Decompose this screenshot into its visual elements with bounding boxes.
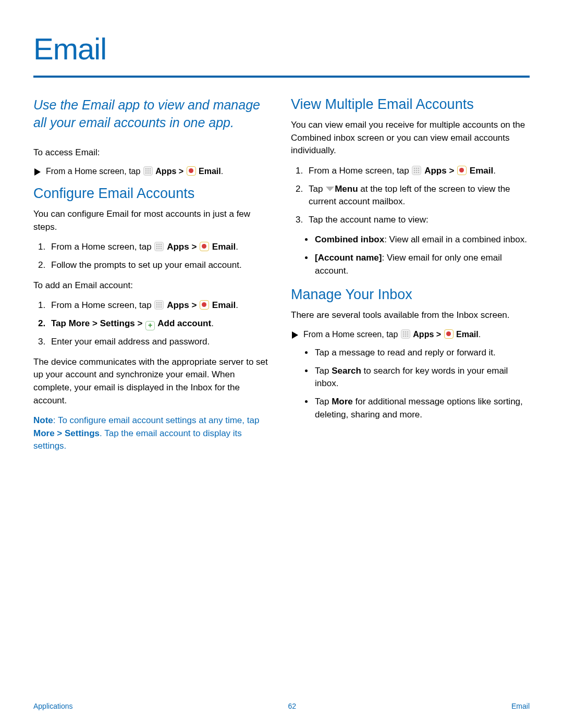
svg-point-35 xyxy=(418,172,420,174)
text: Tap xyxy=(51,318,69,328)
email-label: Email xyxy=(212,242,236,252)
right-column: View Multiple Email Accounts You can vie… xyxy=(291,96,530,460)
svg-point-2 xyxy=(150,168,151,170)
svg-point-24 xyxy=(156,306,158,308)
svg-point-31 xyxy=(416,170,418,171)
footer-left: Applications xyxy=(33,702,73,710)
period: . xyxy=(236,300,238,310)
left-column: Use the Email app to view and manage all… xyxy=(33,96,272,460)
svg-point-0 xyxy=(145,168,147,170)
text: From a Home screen, tap xyxy=(46,167,143,176)
svg-point-16 xyxy=(158,248,160,250)
intro-blurb: Use the Email app to view and manage all… xyxy=(33,96,272,132)
arrow-text: From a Home screen, tap Apps > Email. xyxy=(303,329,481,339)
email-label: Email xyxy=(456,330,479,339)
svg-point-41 xyxy=(407,334,409,335)
text: Tap xyxy=(309,184,325,194)
svg-point-44 xyxy=(407,336,409,337)
list-item: Tap Search to search for key words in yo… xyxy=(314,365,530,390)
apps-icon xyxy=(154,300,164,310)
text: Add account xyxy=(157,318,211,328)
svg-point-29 xyxy=(418,168,420,169)
svg-point-39 xyxy=(403,334,405,335)
email-icon xyxy=(200,300,209,310)
list-item: From a Home screen, tap Apps > Email. xyxy=(305,165,530,178)
list-item: Combined inbox: View all email in a comb… xyxy=(314,233,530,246)
content-columns: Use the Email app to view and manage all… xyxy=(33,96,530,460)
apps-icon xyxy=(412,166,421,175)
list-item: Tap a message to read and reply or forwa… xyxy=(314,347,530,360)
svg-point-14 xyxy=(161,246,162,248)
svg-point-28 xyxy=(416,168,418,169)
page-number: 62 xyxy=(288,702,296,710)
list-item: From a Home screen, tap Apps > Email. xyxy=(48,241,272,254)
manage-intro: There are several tools available from t… xyxy=(291,309,530,322)
play-arrow-icon xyxy=(292,331,298,339)
svg-point-17 xyxy=(161,248,162,250)
text: : To configure email account settings at… xyxy=(53,415,260,425)
email-icon xyxy=(187,166,196,176)
svg-point-13 xyxy=(158,246,160,248)
list-item: Tap the account name to view: xyxy=(305,214,530,227)
play-arrow-icon xyxy=(34,168,41,176)
account-view-bullets: Combined inbox: View all email in a comb… xyxy=(291,233,530,277)
list-item: [Account name]: View email for only one … xyxy=(314,252,530,277)
text: From a Home screen, tap xyxy=(51,242,154,252)
svg-point-4 xyxy=(148,170,149,172)
text: More > Settings xyxy=(33,428,100,438)
svg-point-27 xyxy=(414,168,415,169)
text: [Account name] xyxy=(315,253,382,263)
svg-point-1 xyxy=(148,168,149,170)
text: Combined inbox xyxy=(315,235,384,244)
svg-point-9 xyxy=(156,244,158,245)
page-title: Email xyxy=(33,31,530,66)
svg-point-8 xyxy=(150,172,151,174)
svg-point-21 xyxy=(156,304,158,306)
gt: > xyxy=(189,242,199,252)
text: From a Home screen, tap xyxy=(51,300,154,310)
svg-point-42 xyxy=(403,336,405,337)
access-label: To access Email: xyxy=(33,146,272,159)
svg-point-10 xyxy=(158,244,160,245)
footer-right: Email xyxy=(511,702,530,710)
svg-point-12 xyxy=(156,246,158,248)
svg-point-18 xyxy=(156,302,158,304)
apps-icon xyxy=(401,329,410,339)
apps-label: Apps xyxy=(167,300,189,310)
svg-point-19 xyxy=(158,302,160,304)
configure-steps: From a Home screen, tap Apps > Email. Fo… xyxy=(33,241,272,272)
email-label: Email xyxy=(199,167,221,176)
apps-label: Apps xyxy=(167,242,189,252)
email-icon xyxy=(457,166,467,175)
view-intro: You can view email you receive for multi… xyxy=(291,119,530,157)
svg-point-25 xyxy=(158,306,160,308)
email-label: Email xyxy=(212,300,236,310)
apps-icon xyxy=(143,166,153,176)
add-account-label: To add an Email account: xyxy=(33,279,272,292)
note-label: Note xyxy=(33,415,53,425)
manage-heading: Manage Your Inbox xyxy=(291,287,530,303)
svg-point-32 xyxy=(418,170,420,171)
plus-icon: + xyxy=(145,321,155,330)
period: . xyxy=(221,167,223,176)
configure-heading: Configure Email Accounts xyxy=(33,186,272,202)
svg-point-6 xyxy=(145,172,147,174)
period: . xyxy=(479,330,481,339)
gt: > xyxy=(434,330,443,339)
list-item: Tap More for additional message options … xyxy=(314,396,530,421)
svg-point-40 xyxy=(405,334,407,335)
text: From a Home screen, tap xyxy=(309,166,411,176)
list-item: Follow the prompts to set up your email … xyxy=(48,259,272,272)
svg-point-33 xyxy=(414,172,415,174)
text: From a Home screen, tap xyxy=(303,330,400,339)
svg-point-20 xyxy=(161,302,162,304)
arrow-text: From a Home screen, tap Apps > Email. xyxy=(46,166,223,176)
email-icon xyxy=(200,242,209,251)
email-label: Email xyxy=(470,166,493,176)
configure-intro: You can configure Email for most account… xyxy=(33,208,272,233)
list-item: Tap Menu at the top left of the screen t… xyxy=(305,183,530,208)
menu-dropdown-icon xyxy=(326,187,334,191)
text: Search xyxy=(332,366,361,376)
add-account-steps: From a Home screen, tap Apps > Email. Ta… xyxy=(33,299,272,348)
svg-point-15 xyxy=(156,248,158,250)
